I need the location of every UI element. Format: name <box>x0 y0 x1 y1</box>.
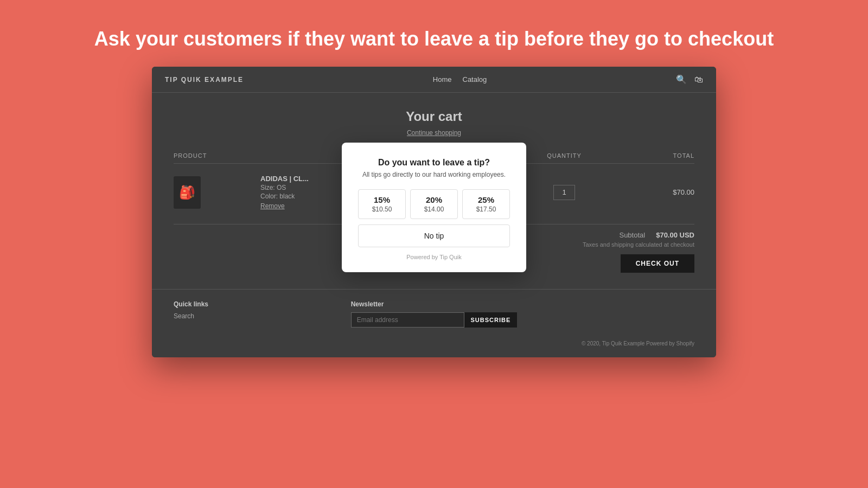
nav-icons: 🔍 🛍 <box>676 74 703 85</box>
newsletter-form: SUBSCRIBE <box>351 312 518 328</box>
cart-icon[interactable]: 🛍 <box>694 75 703 85</box>
store-nav: TIP QUIK EXAMPLE Home Catalog 🔍 🛍 <box>152 67 716 93</box>
continue-shopping: Continue shopping <box>174 127 694 137</box>
powered-by: Powered by Tip Quik <box>358 254 510 260</box>
tip-amount-25: $17.50 <box>467 206 505 213</box>
tip-percent-25: 25% <box>467 195 505 204</box>
product-qty: 1 <box>521 185 608 200</box>
tip-amount-20: $14.00 <box>415 206 453 213</box>
continue-shopping-link[interactable]: Continue shopping <box>407 129 461 137</box>
footer-copyright: © 2020, Tip Quik Example Powered by Shop… <box>174 341 694 346</box>
nav-links: Home Catalog <box>433 75 487 84</box>
tip-option-15[interactable]: 15% $10.50 <box>358 189 406 219</box>
email-input[interactable] <box>351 312 464 328</box>
col-total: TOTAL <box>608 152 694 159</box>
store-content: Your cart Continue shopping PRODUCT PRIC… <box>152 93 716 289</box>
store-footer: Quick links Search Newsletter SUBSCRIBE … <box>152 289 716 357</box>
subtotal-row: Subtotal $70.00 USD <box>619 231 694 239</box>
newsletter-title: Newsletter <box>351 300 518 308</box>
subtotal-label: Subtotal <box>619 231 645 239</box>
tip-option-20[interactable]: 20% $14.00 <box>410 189 458 219</box>
search-icon[interactable]: 🔍 <box>676 74 687 85</box>
page-headline: Ask your customers if they want to leave… <box>73 27 795 50</box>
tip-option-25[interactable]: 25% $17.50 <box>462 189 510 219</box>
product-image: 🎒 <box>174 176 201 209</box>
tip-amount-15: $10.50 <box>363 206 401 213</box>
qty-value[interactable]: 1 <box>553 185 575 200</box>
quick-links-section: Quick links Search <box>174 300 340 328</box>
no-tip-button[interactable]: No tip <box>358 224 510 247</box>
store-logo: TIP QUIK EXAMPLE <box>165 76 244 84</box>
nav-catalog[interactable]: Catalog <box>463 75 487 84</box>
col-product: PRODUCT <box>174 152 260 159</box>
subscribe-button[interactable]: SUBSCRIBE <box>464 312 518 328</box>
tip-modal-subtitle: All tips go directly to our hard working… <box>358 171 510 178</box>
tip-modal: Do you want to leave a tip? All tips go … <box>342 143 526 272</box>
checkout-button[interactable]: CHECK OUT <box>621 254 694 273</box>
tax-note: Taxes and shipping calculated at checkou… <box>583 241 694 248</box>
subtotal-value: $70.00 USD <box>656 231 694 239</box>
quick-links-title: Quick links <box>174 300 340 308</box>
newsletter-section: Newsletter SUBSCRIBE <box>351 300 518 328</box>
tip-options: 15% $10.50 20% $14.00 25% $17.50 <box>358 189 510 219</box>
tip-percent-20: 20% <box>415 195 453 204</box>
footer-spacer <box>528 300 694 328</box>
search-footer-link[interactable]: Search <box>174 312 340 320</box>
col-quantity: QUANTITY <box>521 152 608 159</box>
cart-title: Your cart <box>174 109 694 124</box>
nav-home[interactable]: Home <box>433 75 452 84</box>
tip-percent-15: 15% <box>363 195 401 204</box>
product-total: $70.00 <box>608 188 694 196</box>
browser-window: TIP QUIK EXAMPLE Home Catalog 🔍 🛍 Your c… <box>152 67 716 357</box>
product-bag-icon: 🎒 <box>179 185 195 200</box>
tip-modal-title: Do you want to leave a tip? <box>358 158 510 168</box>
